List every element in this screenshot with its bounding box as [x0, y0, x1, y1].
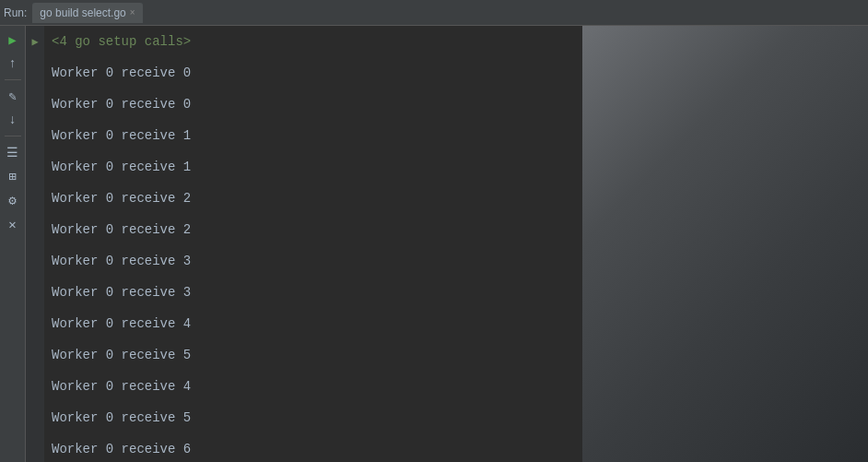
close-tool-button[interactable]: ✕	[3, 214, 23, 234]
main-area: ▶ ↑ ✎ ↓ ☰ ⊞ ⚙ ✕ ▶ <4 go setup calls> Wor…	[0, 26, 868, 462]
output-line-10: Worker 0 receive 4	[44, 371, 582, 402]
output-line-8: Worker 0 receive 4	[44, 308, 582, 339]
left-toolbar: ▶ ↑ ✎ ↓ ☰ ⊞ ⚙ ✕	[0, 26, 26, 462]
tab-go-build[interactable]: go build select.go ×	[32, 3, 142, 23]
output-line-7: Worker 0 receive 3	[44, 277, 582, 308]
output-line-5: Worker 0 receive 2	[44, 214, 582, 245]
run-button[interactable]: ▶	[3, 30, 23, 50]
console-header: <4 go setup calls>	[44, 26, 582, 57]
output-line-0: Worker 0 receive 0	[44, 57, 582, 89]
scroll-down-button[interactable]: ↓	[3, 110, 23, 130]
tab-name-label: go build select.go	[40, 6, 125, 19]
output-line-9: Worker 0 receive 5	[44, 339, 582, 371]
menu-button[interactable]: ☰	[3, 142, 23, 162]
output-line-3: Worker 0 receive 1	[44, 151, 582, 183]
output-line-1: Worker 0 receive 0	[44, 89, 582, 120]
console-lines: Worker 0 receive 0Worker 0 receive 0Work…	[44, 57, 582, 462]
background-silhouette	[582, 26, 868, 462]
gutter-run-icon: ▶	[31, 26, 38, 57]
console-area: ▶ <4 go setup calls> Worker 0 receive 0W…	[26, 26, 582, 462]
output-area[interactable]: <4 go setup calls> Worker 0 receive 0Wor…	[44, 26, 582, 462]
background-overlay	[582, 26, 868, 462]
toolbar-divider-2	[5, 136, 21, 136]
tab-bar: Run: go build select.go ×	[0, 0, 868, 26]
edit-button[interactable]: ✎	[3, 86, 23, 106]
output-line-6: Worker 0 receive 3	[44, 245, 582, 277]
output-line-4: Worker 0 receive 2	[44, 183, 582, 214]
output-line-2: Worker 0 receive 1	[44, 120, 582, 151]
output-line-12: Worker 0 receive 6	[44, 433, 582, 462]
gutter: ▶	[26, 26, 44, 462]
toolbar-divider-1	[5, 79, 21, 80]
output-line-11: Worker 0 receive 5	[44, 402, 582, 433]
settings-button[interactable]: ⚙	[3, 190, 23, 210]
run-label: Run:	[4, 6, 27, 19]
scroll-up-button[interactable]: ↑	[3, 53, 23, 74]
tab-close-icon[interactable]: ×	[130, 7, 135, 18]
grid-button[interactable]: ⊞	[3, 166, 23, 186]
